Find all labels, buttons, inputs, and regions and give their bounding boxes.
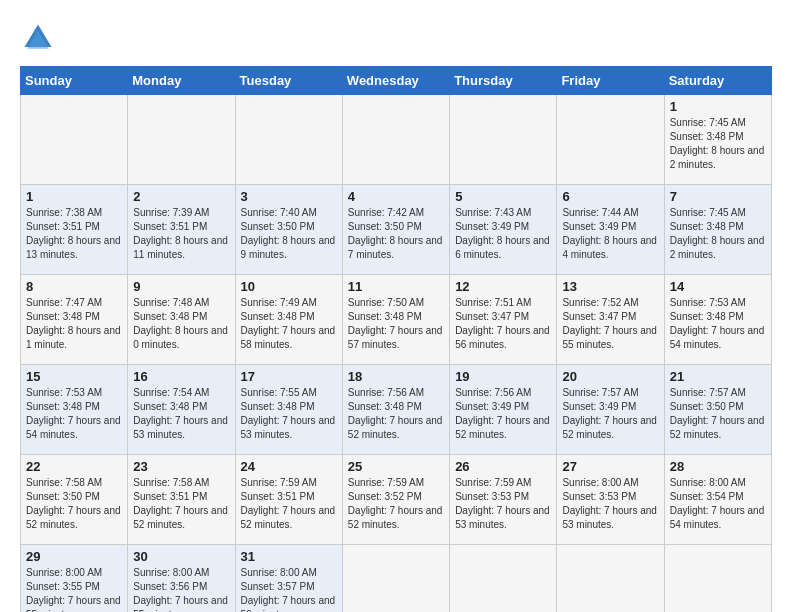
header	[20, 20, 772, 56]
calendar-cell	[664, 545, 771, 613]
sunrise-text: Sunrise: 7:39 AM	[133, 207, 209, 218]
sunset-text: Sunset: 3:48 PM	[241, 401, 315, 412]
calendar-week-6: 29 Sunrise: 8:00 AM Sunset: 3:55 PM Dayl…	[21, 545, 772, 613]
day-number: 17	[241, 369, 337, 384]
day-number: 30	[133, 549, 229, 564]
calendar-cell	[342, 95, 449, 185]
daylight-text: Daylight: 7 hours and 54 minutes.	[670, 325, 765, 350]
sunrise-text: Sunrise: 7:57 AM	[562, 387, 638, 398]
sunrise-text: Sunrise: 7:38 AM	[26, 207, 102, 218]
calendar-cell: 1 Sunrise: 7:45 AM Sunset: 3:48 PM Dayli…	[664, 95, 771, 185]
day-number: 8	[26, 279, 122, 294]
sunrise-text: Sunrise: 7:59 AM	[455, 477, 531, 488]
sunset-text: Sunset: 3:48 PM	[670, 311, 744, 322]
calendar-cell: 10 Sunrise: 7:49 AM Sunset: 3:48 PM Dayl…	[235, 275, 342, 365]
calendar-cell: 24 Sunrise: 7:59 AM Sunset: 3:51 PM Dayl…	[235, 455, 342, 545]
day-number: 22	[26, 459, 122, 474]
daylight-text: Daylight: 7 hours and 52 minutes.	[133, 505, 228, 530]
daylight-text: Daylight: 7 hours and 52 minutes.	[348, 505, 443, 530]
daylight-text: Daylight: 8 hours and 2 minutes.	[670, 145, 765, 170]
calendar-cell: 7 Sunrise: 7:45 AM Sunset: 3:48 PM Dayli…	[664, 185, 771, 275]
sunrise-text: Sunrise: 7:59 AM	[348, 477, 424, 488]
calendar-cell: 14 Sunrise: 7:53 AM Sunset: 3:48 PM Dayl…	[664, 275, 771, 365]
sunset-text: Sunset: 3:53 PM	[562, 491, 636, 502]
calendar-cell: 29 Sunrise: 8:00 AM Sunset: 3:55 PM Dayl…	[21, 545, 128, 613]
calendar-cell: 1 Sunrise: 7:38 AM Sunset: 3:51 PM Dayli…	[21, 185, 128, 275]
day-number: 9	[133, 279, 229, 294]
day-number: 18	[348, 369, 444, 384]
calendar-week-4: 15 Sunrise: 7:53 AM Sunset: 3:48 PM Dayl…	[21, 365, 772, 455]
sunset-text: Sunset: 3:49 PM	[455, 221, 529, 232]
calendar-table: SundayMondayTuesdayWednesdayThursdayFrid…	[20, 66, 772, 612]
daylight-text: Daylight: 7 hours and 52 minutes.	[455, 415, 550, 440]
day-number: 12	[455, 279, 551, 294]
logo-icon	[20, 20, 56, 56]
sunset-text: Sunset: 3:48 PM	[26, 311, 100, 322]
sunrise-text: Sunrise: 7:44 AM	[562, 207, 638, 218]
sunset-text: Sunset: 3:48 PM	[670, 131, 744, 142]
calendar-week-1: 1 Sunrise: 7:45 AM Sunset: 3:48 PM Dayli…	[21, 95, 772, 185]
calendar-cell: 23 Sunrise: 7:58 AM Sunset: 3:51 PM Dayl…	[128, 455, 235, 545]
calendar-cell: 11 Sunrise: 7:50 AM Sunset: 3:48 PM Dayl…	[342, 275, 449, 365]
daylight-text: Daylight: 7 hours and 52 minutes.	[562, 415, 657, 440]
header-day-thursday: Thursday	[450, 67, 557, 95]
daylight-text: Daylight: 8 hours and 0 minutes.	[133, 325, 228, 350]
sunset-text: Sunset: 3:51 PM	[133, 491, 207, 502]
day-number: 23	[133, 459, 229, 474]
daylight-text: Daylight: 8 hours and 6 minutes.	[455, 235, 550, 260]
sunrise-text: Sunrise: 7:55 AM	[241, 387, 317, 398]
calendar-cell	[557, 545, 664, 613]
sunrise-text: Sunrise: 7:45 AM	[670, 207, 746, 218]
day-number: 10	[241, 279, 337, 294]
sunset-text: Sunset: 3:49 PM	[562, 401, 636, 412]
daylight-text: Daylight: 7 hours and 55 minutes.	[133, 595, 228, 612]
daylight-text: Daylight: 7 hours and 55 minutes.	[562, 325, 657, 350]
day-number: 1	[670, 99, 766, 114]
calendar-week-5: 22 Sunrise: 7:58 AM Sunset: 3:50 PM Dayl…	[21, 455, 772, 545]
calendar-cell: 22 Sunrise: 7:58 AM Sunset: 3:50 PM Dayl…	[21, 455, 128, 545]
calendar-cell	[342, 545, 449, 613]
sunset-text: Sunset: 3:50 PM	[348, 221, 422, 232]
header-day-tuesday: Tuesday	[235, 67, 342, 95]
calendar-cell: 6 Sunrise: 7:44 AM Sunset: 3:49 PM Dayli…	[557, 185, 664, 275]
sunrise-text: Sunrise: 7:56 AM	[455, 387, 531, 398]
sunrise-text: Sunrise: 7:58 AM	[26, 477, 102, 488]
calendar-cell	[21, 95, 128, 185]
sunrise-text: Sunrise: 7:53 AM	[26, 387, 102, 398]
day-number: 19	[455, 369, 551, 384]
sunrise-text: Sunrise: 7:42 AM	[348, 207, 424, 218]
header-day-wednesday: Wednesday	[342, 67, 449, 95]
daylight-text: Daylight: 7 hours and 56 minutes.	[455, 325, 550, 350]
calendar-cell	[128, 95, 235, 185]
calendar-cell: 17 Sunrise: 7:55 AM Sunset: 3:48 PM Dayl…	[235, 365, 342, 455]
calendar-cell: 19 Sunrise: 7:56 AM Sunset: 3:49 PM Dayl…	[450, 365, 557, 455]
calendar-cell: 30 Sunrise: 8:00 AM Sunset: 3:56 PM Dayl…	[128, 545, 235, 613]
sunrise-text: Sunrise: 7:59 AM	[241, 477, 317, 488]
sunset-text: Sunset: 3:48 PM	[26, 401, 100, 412]
sunrise-text: Sunrise: 8:00 AM	[241, 567, 317, 578]
calendar-cell: 13 Sunrise: 7:52 AM Sunset: 3:47 PM Dayl…	[557, 275, 664, 365]
sunrise-text: Sunrise: 7:49 AM	[241, 297, 317, 308]
sunrise-text: Sunrise: 7:40 AM	[241, 207, 317, 218]
sunrise-text: Sunrise: 8:00 AM	[133, 567, 209, 578]
sunset-text: Sunset: 3:55 PM	[26, 581, 100, 592]
header-day-sunday: Sunday	[21, 67, 128, 95]
calendar-header-row: SundayMondayTuesdayWednesdayThursdayFrid…	[21, 67, 772, 95]
header-day-saturday: Saturday	[664, 67, 771, 95]
sunset-text: Sunset: 3:51 PM	[26, 221, 100, 232]
calendar-cell: 28 Sunrise: 8:00 AM Sunset: 3:54 PM Dayl…	[664, 455, 771, 545]
calendar-cell: 18 Sunrise: 7:56 AM Sunset: 3:48 PM Dayl…	[342, 365, 449, 455]
calendar-cell: 4 Sunrise: 7:42 AM Sunset: 3:50 PM Dayli…	[342, 185, 449, 275]
calendar-body: 1 Sunrise: 7:45 AM Sunset: 3:48 PM Dayli…	[21, 95, 772, 613]
calendar-cell: 8 Sunrise: 7:47 AM Sunset: 3:48 PM Dayli…	[21, 275, 128, 365]
sunset-text: Sunset: 3:50 PM	[670, 401, 744, 412]
calendar-cell: 25 Sunrise: 7:59 AM Sunset: 3:52 PM Dayl…	[342, 455, 449, 545]
sunset-text: Sunset: 3:51 PM	[241, 491, 315, 502]
daylight-text: Daylight: 8 hours and 9 minutes.	[241, 235, 336, 260]
day-number: 13	[562, 279, 658, 294]
calendar-cell: 27 Sunrise: 8:00 AM Sunset: 3:53 PM Dayl…	[557, 455, 664, 545]
sunset-text: Sunset: 3:47 PM	[562, 311, 636, 322]
daylight-text: Daylight: 7 hours and 52 minutes.	[670, 415, 765, 440]
sunrise-text: Sunrise: 7:43 AM	[455, 207, 531, 218]
day-number: 3	[241, 189, 337, 204]
